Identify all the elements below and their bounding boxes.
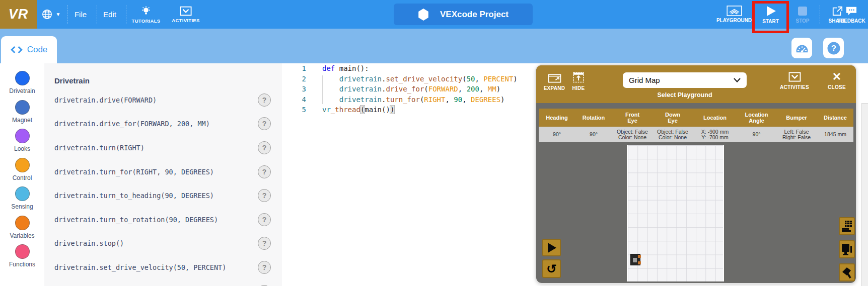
feedback-button[interactable]: FEEDBACK — [835, 0, 868, 29]
help-button[interactable]: ? — [258, 237, 271, 250]
sidebar-item-variables[interactable]: Variables — [0, 216, 44, 245]
activities-button[interactable]: ACTIVITIES — [166, 0, 205, 29]
project-name-button[interactable]: VEXcode Project — [394, 4, 533, 25]
playground-activities-button[interactable]: ACTIVITIES — [777, 72, 812, 90]
code-token: vr — [322, 106, 331, 114]
close-icon: ✕ — [832, 72, 841, 82]
sub-toolbar: Code ? — [0, 29, 868, 63]
command-text[interactable]: drivetrain.set_drive_velocity(50, PERCEN… — [54, 263, 258, 271]
feedback-bubble-icon — [845, 6, 857, 17]
help-button[interactable]: ? — [258, 261, 271, 274]
robot-config-button[interactable] — [839, 240, 855, 258]
help-button[interactable]: ? — [823, 38, 844, 58]
code-text: drivetrain.turn_for(RIGHT, 90, DEGREES) — [306, 94, 505, 105]
sensing-category-icon — [15, 186, 30, 201]
file-menu[interactable]: File — [68, 0, 93, 29]
pen-tool-button[interactable] — [839, 263, 855, 281]
vexcode-vr-app: VR ▼ File Edit — [0, 0, 868, 286]
line-number: 3 — [282, 84, 306, 94]
sidebar-item-magnet[interactable]: Magnet — [0, 100, 44, 129]
tab-code[interactable]: Code — [1, 36, 57, 63]
command-list-row: drivetrain.turn_to_rotation(90, DEGREES)… — [44, 208, 282, 232]
dashboard-icon — [841, 220, 853, 233]
command-text[interactable]: drivetrain.turn_to_rotation(90, DEGREES) — [54, 216, 258, 224]
edit-menu[interactable]: Edit — [98, 0, 122, 29]
chevron-down-icon — [734, 78, 741, 82]
code-token: 200 — [467, 85, 479, 93]
code-token: main() — [365, 106, 390, 114]
dashboard-header-row: HeadingRotationFront EyeDown EyeLocation… — [539, 109, 853, 127]
sensor-dashboard-table: HeadingRotationFront EyeDown EyeLocation… — [539, 109, 853, 142]
command-text[interactable]: drivetrain.drive_for(FORWARD, 200, MM) — [54, 120, 258, 128]
code-token: ) — [513, 75, 517, 83]
playground-icon — [727, 6, 742, 16]
sidebar-item-label: Magnet — [12, 117, 32, 124]
sidebar-item-functions[interactable]: Functions — [0, 244, 44, 273]
help-button[interactable]: ? — [258, 93, 271, 107]
command-list-row: ? — [44, 279, 282, 286]
help-button[interactable]: ? — [258, 213, 271, 226]
playground-button[interactable]: PLAYGROUND — [710, 0, 758, 29]
command-text[interactable]: drivetrain.turn_to_heading(90, DEGREES) — [54, 192, 258, 200]
svg-text:?: ? — [831, 44, 836, 53]
code-token: 50 — [467, 75, 475, 83]
help-button[interactable]: ? — [258, 189, 271, 202]
expand-button[interactable]: EXPAND — [541, 72, 567, 91]
playground-select[interactable]: Grid Map — [623, 72, 747, 88]
vr-robot[interactable] — [630, 254, 640, 265]
command-text[interactable]: drivetrain.stop() — [54, 239, 258, 247]
command-list-header: Drivetrain — [44, 63, 282, 85]
code-token: RIGHT — [424, 96, 445, 104]
stop-button[interactable]: STOP — [791, 0, 814, 29]
dashboard-column-header: Heading — [539, 109, 575, 127]
code-token: , — [462, 96, 471, 104]
dashboard-column-header: Down Eye — [653, 109, 693, 127]
vertical-scrollbar[interactable] — [861, 103, 868, 286]
control-category-icon — [15, 158, 30, 172]
start-button[interactable]: START — [757, 0, 784, 29]
dashboard-column-header: Distance — [817, 109, 853, 127]
sidebar-item-control[interactable]: Control — [0, 158, 44, 187]
menu-divider — [820, 5, 820, 24]
pen-icon — [841, 266, 853, 279]
playground-play-button[interactable] — [542, 239, 561, 256]
help-button[interactable]: ? — [258, 141, 271, 154]
command-list-row: drivetrain.drive_for(FORWARD, 200, MM)? — [44, 112, 282, 136]
dashboard-toggle-button[interactable] — [839, 217, 855, 235]
language-menu[interactable]: ▼ — [36, 0, 65, 29]
command-text[interactable]: drivetrain.turn_for(RIGHT, 90, DEGREES) — [54, 168, 258, 176]
code-text: def main(): — [306, 63, 369, 74]
sidebar-item-looks[interactable]: Looks — [0, 129, 44, 158]
code-editor[interactable]: 1def main():2 drivetrain.set_drive_veloc… — [282, 63, 536, 286]
code-token: main(): — [335, 64, 369, 72]
code-token: , — [458, 85, 467, 93]
close-button[interactable]: ✕ CLOSE — [823, 72, 850, 90]
tutorials-button[interactable]: TUTORIALS — [128, 0, 164, 29]
vr-logo: VR — [0, 0, 37, 29]
playground-window: EXPAND HIDE Grid Map Select Playg — [536, 65, 856, 283]
sidebar-item-drivetrain[interactable]: Drivetrain — [0, 71, 44, 100]
sidebar-item-label: Variables — [10, 232, 34, 239]
code-token — [322, 85, 339, 93]
code-token: , — [445, 96, 454, 104]
drivetrain-category-icon — [15, 71, 30, 85]
command-text[interactable]: drivetrain.drive(FORWARD) — [54, 96, 258, 104]
sidebar-item-label: Functions — [9, 261, 35, 268]
command-text[interactable]: drivetrain.turn(RIGHT) — [54, 144, 258, 152]
dashboard-column-header: Bumper — [776, 109, 817, 127]
code-token: , — [479, 85, 488, 93]
top-bar: VR ▼ File Edit — [0, 0, 868, 29]
code-token: _thread — [331, 106, 360, 114]
variables-category-icon — [15, 216, 30, 230]
dashboard-column-header: Rotation — [575, 109, 612, 127]
hide-button[interactable]: HIDE — [567, 72, 590, 91]
gauge-button[interactable] — [791, 38, 812, 58]
code-token: ( — [462, 75, 466, 83]
code-token: FORWARD — [428, 85, 458, 93]
playground-reset-button[interactable]: ↺ — [542, 259, 561, 278]
help-button[interactable]: ? — [258, 117, 271, 130]
code-brackets-icon — [11, 46, 23, 54]
sidebar-item-sensing[interactable]: Sensing — [0, 186, 44, 216]
playground-header: EXPAND HIDE Grid Map Select Playg — [536, 65, 856, 103]
help-button[interactable]: ? — [258, 165, 271, 178]
